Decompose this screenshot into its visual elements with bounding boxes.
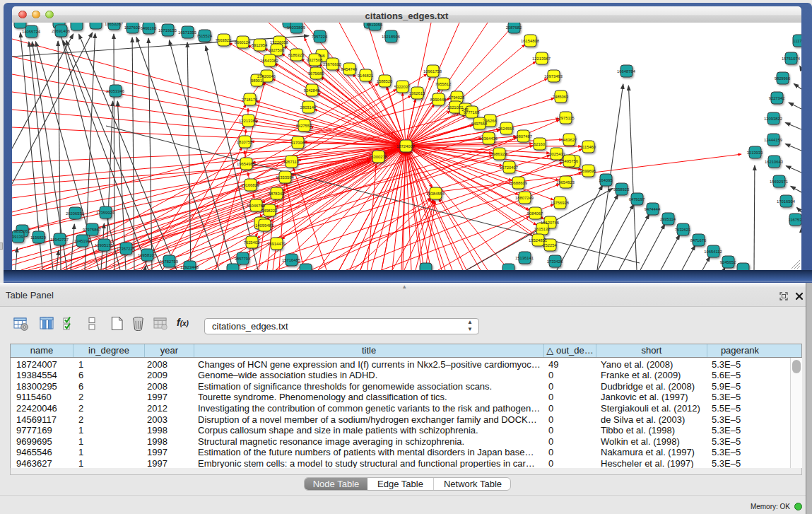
svg-text:20206536: 20206536 <box>66 211 84 216</box>
svg-text:10653267: 10653267 <box>105 23 123 26</box>
svg-text:16210643: 16210643 <box>765 160 783 164</box>
svg-text:19166829: 19166829 <box>241 183 259 187</box>
svg-text:12942737: 12942737 <box>50 238 69 242</box>
svg-text:16154808: 16154808 <box>521 39 539 43</box>
svg-text:11353594: 11353594 <box>276 175 294 180</box>
svg-text:7357224: 7357224 <box>312 35 328 39</box>
svg-text:8660124: 8660124 <box>235 40 251 45</box>
svg-text:1588520: 1588520 <box>377 79 393 83</box>
svg-text:17359924: 17359924 <box>96 211 115 215</box>
svg-text:417006: 417006 <box>290 141 304 145</box>
svg-text:16571355: 16571355 <box>178 30 196 35</box>
svg-text:15751074: 15751074 <box>782 57 801 61</box>
svg-text:16543382: 16543382 <box>260 59 278 63</box>
svg-text:5498222: 5498222 <box>261 209 278 213</box>
svg-text:17357225: 17357225 <box>117 247 135 251</box>
svg-text:10973493: 10973493 <box>544 74 563 78</box>
svg-text:8471676: 8471676 <box>690 238 707 243</box>
svg-text:15692971: 15692971 <box>770 180 788 184</box>
svg-text:16033809: 16033809 <box>287 25 305 30</box>
svg-text:15720407: 15720407 <box>500 165 518 170</box>
svg-text:15716485: 15716485 <box>282 258 300 262</box>
svg-text:97975867: 97975867 <box>83 228 101 232</box>
svg-text:10958107: 10958107 <box>138 253 156 257</box>
svg-text:28053346: 28053346 <box>106 89 124 93</box>
svg-text:23676608: 23676608 <box>323 62 341 66</box>
svg-text:16914479: 16914479 <box>267 242 286 246</box>
svg-text:9463627: 9463627 <box>561 138 577 142</box>
svg-text:2087682: 2087682 <box>506 25 522 30</box>
svg-text:1621022: 1621022 <box>447 105 464 110</box>
svg-text:18807249: 18807249 <box>515 196 534 200</box>
svg-text:3624554: 3624554 <box>498 127 514 131</box>
svg-text:8990448: 8990448 <box>430 98 447 102</box>
svg-text:8186323: 8186323 <box>288 53 305 57</box>
svg-text:9699695: 9699695 <box>580 169 596 173</box>
svg-text:12093822: 12093822 <box>764 117 782 121</box>
svg-text:2935114: 2935114 <box>660 217 676 221</box>
svg-text:12975115: 12975115 <box>556 116 574 120</box>
svg-text:9777169: 9777169 <box>464 110 480 115</box>
svg-text:9227342: 9227342 <box>769 96 785 100</box>
svg-text:10025433: 10025433 <box>547 152 565 156</box>
svg-text:19654985: 19654985 <box>237 162 255 166</box>
svg-text:7485063: 7485063 <box>553 95 569 99</box>
svg-text:7625402: 7625402 <box>244 240 260 245</box>
svg-text:10688609: 10688609 <box>509 181 527 185</box>
svg-text:1527602: 1527602 <box>124 25 141 30</box>
svg-text:8878342: 8878342 <box>269 192 285 196</box>
svg-text:3267110: 3267110 <box>283 160 299 164</box>
svg-text:1810755: 1810755 <box>237 140 253 144</box>
svg-text:9327506: 9327506 <box>269 48 285 52</box>
svg-text:19218506: 19218506 <box>382 35 400 39</box>
svg-text:39139: 39139 <box>12 235 23 239</box>
svg-text:12213967: 12213967 <box>532 57 551 61</box>
svg-text:9115460: 9115460 <box>580 145 596 149</box>
svg-text:252254: 252254 <box>543 243 557 247</box>
svg-text:10719155: 10719155 <box>158 28 177 33</box>
svg-text:9829966: 9829966 <box>775 76 791 81</box>
svg-text:9242848: 9242848 <box>304 88 320 93</box>
svg-text:98901: 98901 <box>251 78 262 83</box>
svg-text:13226058: 13226058 <box>270 40 288 45</box>
svg-text:14099489: 14099489 <box>255 223 273 228</box>
svg-text:5322037: 5322037 <box>394 85 411 89</box>
svg-text:9474444: 9474444 <box>645 207 661 211</box>
svg-text:16648784: 16648784 <box>617 69 636 74</box>
svg-text:8912954: 8912954 <box>252 43 268 47</box>
svg-text:25300275: 25300275 <box>369 155 387 159</box>
svg-text:6794028: 6794028 <box>449 95 465 100</box>
svg-text:13524851: 13524851 <box>529 238 547 243</box>
svg-text:7515524: 7515524 <box>196 34 213 38</box>
svg-text:1615132: 1615132 <box>534 227 551 231</box>
svg-text:2803144: 2803144 <box>300 105 317 110</box>
svg-text:9857791: 9857791 <box>235 257 251 261</box>
svg-text:1362615: 1362615 <box>409 91 425 95</box>
svg-text:16120746: 16120746 <box>541 221 559 225</box>
svg-text:7955812: 7955812 <box>435 82 452 86</box>
svg-text:6466160: 6466160 <box>141 26 157 30</box>
svg-text:3675685: 3675685 <box>308 71 324 76</box>
svg-text:16046768: 16046768 <box>247 204 265 208</box>
svg-text:8454749: 8454749 <box>341 67 358 71</box>
svg-text:6497568: 6497568 <box>471 122 488 126</box>
svg-text:17016504: 17016504 <box>777 199 796 204</box>
svg-text:11172: 11172 <box>793 39 801 43</box>
svg-text:2718176: 2718176 <box>242 98 258 102</box>
svg-text:6479197: 6479197 <box>629 197 645 201</box>
svg-text:10961758: 10961758 <box>423 69 442 74</box>
svg-text:7663822: 7663822 <box>216 38 232 42</box>
svg-text:12905135: 12905135 <box>95 243 113 247</box>
svg-text:20364436: 20364436 <box>479 136 498 141</box>
svg-text:9358923: 9358923 <box>613 187 630 192</box>
svg-text:3213933: 3213933 <box>747 151 763 155</box>
svg-text:9835061: 9835061 <box>14 229 30 233</box>
svg-text:10654112: 10654112 <box>704 250 722 254</box>
svg-text:9146821: 9146821 <box>358 74 374 78</box>
svg-text:8427552: 8427552 <box>296 124 312 128</box>
svg-text:8813054: 8813054 <box>367 23 383 27</box>
svg-text:20691406: 20691406 <box>52 29 70 33</box>
svg-text:9245652: 9245652 <box>720 260 736 264</box>
svg-text:12923448: 12923448 <box>180 265 199 269</box>
svg-text:19384554: 19384554 <box>426 192 445 196</box>
